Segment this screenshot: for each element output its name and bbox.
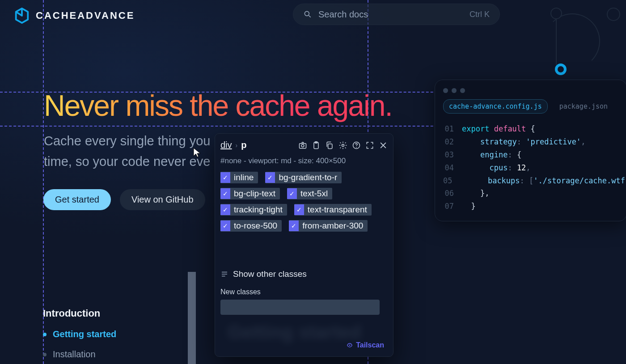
code-tab[interactable]: cache-advance.config.js: [443, 99, 548, 114]
gear-icon[interactable]: [338, 141, 347, 150]
tailscan-badge[interactable]: Tailscan: [346, 341, 384, 349]
window-controls: [435, 86, 626, 99]
svg-point-0: [305, 11, 309, 16]
mouse-cursor: [193, 148, 201, 160]
camera-icon[interactable]: [298, 141, 307, 150]
class-chip[interactable]: ✓text-transparent: [294, 204, 372, 216]
copy-icon[interactable]: [325, 141, 334, 150]
class-chip[interactable]: ✓inline: [220, 172, 258, 183]
scrollbar[interactable]: [188, 272, 196, 364]
class-chip[interactable]: ✓bg-clip-text: [220, 188, 280, 199]
hero-title: Never miss the cache again.: [44, 89, 392, 123]
svg-point-9: [356, 147, 357, 148]
class-chip[interactable]: ✓from-amber-300: [289, 220, 368, 232]
svg-point-10: [349, 345, 351, 346]
svg-rect-6: [328, 144, 332, 148]
class-chip[interactable]: ✓tracking-tight: [220, 204, 287, 216]
svg-line-1: [309, 16, 311, 17]
deco-dot-accent: [555, 63, 567, 75]
inspector-meta: #none - viewport: md - size: 400×500: [220, 157, 388, 165]
nav-item[interactable]: Installation: [43, 349, 116, 360]
deco-dot: [607, 8, 620, 21]
close-icon[interactable]: [379, 141, 388, 150]
sidebar-nav: Introduction Getting startedInstallation: [43, 308, 116, 360]
help-icon[interactable]: [352, 141, 361, 150]
search-input[interactable]: Search docs Ctrl K: [293, 4, 500, 25]
search-placeholder: Search docs: [318, 9, 463, 20]
svg-point-3: [301, 144, 304, 147]
inspector-toolbar: [298, 141, 388, 150]
code-tab[interactable]: package.json: [554, 100, 613, 113]
blurred-heading: Getting started: [228, 322, 361, 343]
new-classes-label: New classes: [220, 288, 388, 296]
class-chip[interactable]: ✓text-5xl: [287, 188, 332, 199]
get-started-button[interactable]: Get started: [43, 189, 111, 210]
deco-line: [556, 18, 557, 65]
class-chip[interactable]: ✓bg-gradient-to-r: [265, 172, 342, 183]
code-body: 01export default {02 strategy: 'predicti…: [435, 120, 626, 213]
nav-section-title: Introduction: [43, 308, 116, 319]
clipboard-icon[interactable]: [312, 141, 321, 150]
code-line: 02 strategy: 'predictive',: [443, 135, 618, 148]
code-line: 01export default {: [443, 123, 618, 135]
code-line: 03 engine: {: [443, 148, 618, 161]
code-line: 06 },: [443, 187, 618, 200]
expand-icon[interactable]: [365, 141, 374, 150]
nav-item[interactable]: Getting started: [43, 329, 116, 339]
new-classes-input[interactable]: [220, 300, 380, 315]
brand-name: CACHEADVANCE: [36, 10, 135, 21]
code-window: cache-advance.config.jspackage.json 01ex…: [435, 80, 626, 221]
brand-lockup[interactable]: CACHEADVANCE: [13, 7, 135, 24]
code-line: 07 }: [443, 200, 618, 213]
tailscan-icon: [346, 342, 353, 349]
view-github-button[interactable]: View on GitHub: [120, 189, 205, 210]
list-icon: [220, 270, 228, 278]
breadcrumb[interactable]: div › p: [220, 140, 246, 150]
search-shortcut: Ctrl K: [470, 10, 490, 19]
deco-dot: [550, 8, 562, 19]
logo-icon: [13, 7, 30, 24]
class-chip[interactable]: ✓to-rose-500: [220, 220, 282, 232]
svg-point-7: [342, 144, 344, 146]
search-icon: [303, 10, 312, 19]
code-line: 04 cpus: 12,: [443, 161, 618, 174]
code-tabs: cache-advance.config.jspackage.json: [435, 99, 626, 120]
show-other-classes[interactable]: Show other classes: [220, 269, 388, 279]
tailscan-inspector[interactable]: div › p #none - viewport: md - size: 400…: [215, 133, 393, 357]
class-chip-list: ✓inline✓bg-gradient-to-r✓bg-clip-text✓te…: [220, 172, 388, 232]
code-line: 05 backups: ['./storage/cache.wtf'],: [443, 174, 618, 187]
